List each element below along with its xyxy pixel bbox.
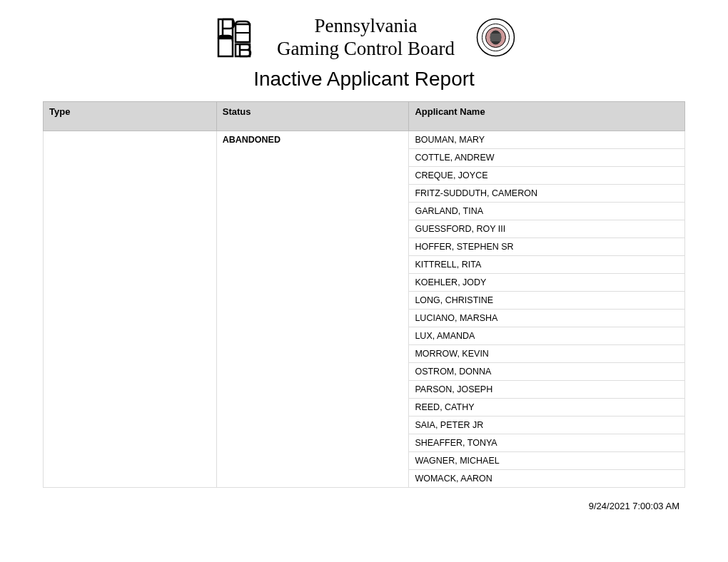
table-header-row: Type Status Applicant Name [44,101,685,131]
applicant-name-cell: WAGNER, MICHAEL [409,451,685,469]
applicant-name-cell: CREQUE, JOYCE [409,166,685,184]
org-name-line1: Pennsylvania [277,14,455,37]
col-header-status: Status [216,101,409,131]
applicant-name-cell: LUX, AMANDA [409,327,685,344]
report-header: Pennsylvania Gaming Control Board [43,14,685,61]
status-cell: ABANDONED [216,131,409,487]
applicant-name-cell: KITTRELL, RITA [409,255,685,273]
svg-rect-2 [218,39,233,56]
applicant-name-cell: FRITZ-SUDDUTH, CAMERON [409,184,685,202]
applicant-name-cell: GARLAND, TINA [409,202,685,220]
col-header-name: Applicant Name [409,101,685,131]
applicant-name-cell: COTTLE, ANDREW [409,148,685,166]
applicant-name-cell: SAIA, PETER JR [409,416,685,434]
applicant-name-cell: LUCIANO, MARSHA [409,309,685,327]
pa-seal-icon [476,18,515,57]
org-name: Pennsylvania Gaming Control Board [277,14,455,61]
applicant-name-cell: LONG, CHRISTINE [409,291,685,309]
type-cell [44,131,217,487]
report-title: Inactive Applicant Report [43,68,685,91]
applicant-name-cell: OSTROM, DONNA [409,362,685,380]
applicant-name-cell: KOEHLER, JODY [409,273,685,291]
report-footer: 9/24/2021 7:00:03 AM [43,501,685,511]
applicant-name-cell: WOMACK, AARON [409,469,685,487]
applicant-name-cell: SHEAFFER, TONYA [409,434,685,451]
applicant-name-cell: GUESSFORD, ROY III [409,220,685,237]
col-header-type: Type [44,101,217,131]
org-name-line2: Gaming Control Board [277,37,455,60]
applicant-name-cell: MORROW, KEVIN [409,344,685,362]
applicant-name-cell: HOFFER, STEPHEN SR [409,237,685,255]
timestamp: 9/24/2021 7:00:03 AM [589,501,679,511]
applicant-name-cell: BOUMAN, MARY [409,131,685,148]
pgcb-logo-icon [213,16,256,58]
table-row: ABANDONEDBOUMAN, MARY [44,131,685,148]
applicant-name-cell: REED, CATHY [409,398,685,416]
applicant-table: Type Status Applicant Name ABANDONEDBOUM… [43,101,685,488]
applicant-name-cell: PARSON, JOSEPH [409,380,685,398]
